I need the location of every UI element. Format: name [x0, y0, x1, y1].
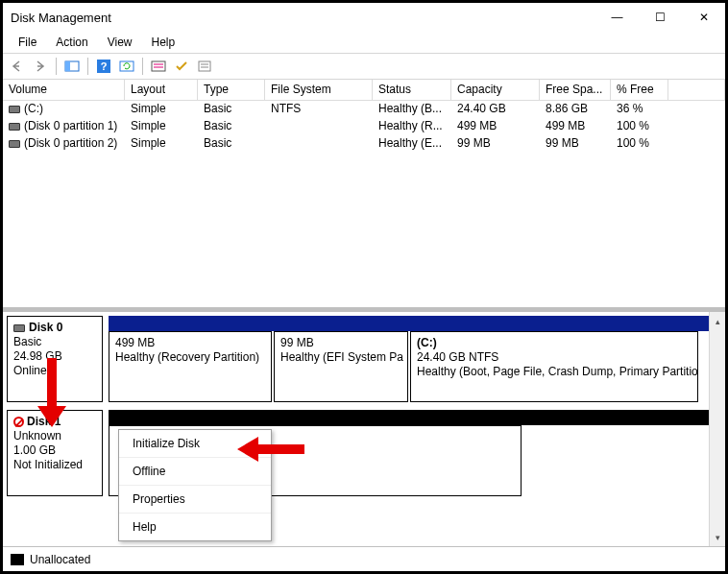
svg-marker-14	[237, 437, 258, 462]
menu-action[interactable]: Action	[48, 34, 95, 51]
scroll-down-icon[interactable]: ▾	[711, 530, 725, 544]
volume-cell-cap: 499 MB	[451, 118, 540, 135]
maximize-button[interactable]: ☐	[639, 4, 682, 31]
disk-1-header-bar	[109, 410, 709, 425]
volume-icon	[9, 106, 20, 113]
scroll-up-icon[interactable]: ▴	[711, 314, 725, 328]
back-button[interactable]	[7, 56, 28, 77]
ctx-offline[interactable]: Offline	[119, 458, 271, 486]
partition-status: Healthy (EFI System Pa	[280, 350, 403, 364]
volume-cell-type: Basic	[198, 118, 265, 135]
volume-cell-free: 99 MB	[540, 135, 611, 153]
check-button[interactable]	[171, 56, 192, 77]
close-button[interactable]: ✕	[682, 4, 725, 31]
column-header-file-system[interactable]: File System	[265, 80, 373, 100]
svg-text:?: ?	[101, 60, 108, 72]
vertical-scrollbar[interactable]: ▴ ▾	[709, 312, 725, 546]
refresh-icon	[119, 59, 134, 74]
disk-0-partition-1[interactable]: 99 MBHealthy (EFI System Pa	[274, 331, 408, 402]
disk-1-type: Unknown	[13, 429, 61, 442]
toolbar: ?	[3, 53, 725, 80]
volume-cell-pct: 100 %	[611, 135, 668, 153]
ctx-help[interactable]: Help	[119, 514, 271, 540]
volume-cell-fs: NTFS	[265, 101, 373, 118]
help-icon: ?	[96, 59, 111, 74]
column-header--free[interactable]: % Free	[611, 80, 668, 100]
volume-cell-free: 8.86 GB	[540, 101, 611, 118]
volume-cell-layout: Simple	[125, 118, 198, 135]
volume-cell-cap: 99 MB	[451, 135, 540, 153]
disk-0-partition-2[interactable]: (C:)24.40 GB NTFSHealthy (Boot, Page Fil…	[410, 331, 698, 402]
annotation-arrow-down	[37, 358, 66, 430]
menu-view[interactable]: View	[100, 34, 140, 51]
minimize-button[interactable]: —	[595, 4, 639, 31]
svg-rect-5	[152, 61, 165, 71]
svg-rect-11	[47, 358, 57, 406]
disk-row-1: Disk 1 Unknown 1.00 GB Not Initialized	[7, 410, 709, 496]
disk-0-name: Disk 0	[29, 321, 62, 334]
menu-file[interactable]: File	[11, 34, 44, 51]
column-header-type[interactable]: Type	[198, 80, 265, 100]
ctx-properties[interactable]: Properties	[119, 486, 271, 514]
partition-name: (C:)	[417, 336, 437, 349]
column-header-capacity[interactable]: Capacity	[451, 80, 540, 100]
volume-row[interactable]: (C:)SimpleBasicNTFSHealthy (B...24.40 GB…	[3, 101, 725, 118]
volume-cell-cap: 24.40 GB	[451, 101, 540, 118]
volume-cell-name: (C:)	[3, 101, 125, 118]
volume-row[interactable]: (Disk 0 partition 1)SimpleBasicHealthy (…	[3, 118, 725, 135]
not-initialized-icon	[13, 417, 24, 427]
volume-cell-status: Healthy (E...	[373, 135, 451, 153]
menu-help[interactable]: Help	[144, 34, 183, 51]
column-header-layout[interactable]: Layout	[125, 80, 198, 100]
volume-icon	[9, 123, 20, 131]
disk-1-size: 1.00 GB	[13, 443, 56, 457]
show-hide-button[interactable]	[61, 56, 83, 77]
disk-icon	[13, 324, 25, 332]
partition-size: 24.40 GB NTFS	[417, 350, 498, 364]
volume-cell-status: Healthy (R...	[373, 118, 451, 135]
volume-cell-name: (Disk 0 partition 2)	[3, 135, 125, 153]
volume-list: VolumeLayoutTypeFile SystemStatusCapacit…	[3, 80, 725, 308]
volume-cell-type: Basic	[198, 101, 265, 118]
refresh-button[interactable]	[116, 56, 137, 77]
disk-1-status: Not Initialized	[13, 458, 83, 471]
svg-rect-1	[65, 61, 70, 71]
help-button[interactable]: ?	[93, 56, 114, 77]
graphical-view: Disk 0 Basic 24.98 GB Online 499 MBHealt…	[3, 308, 725, 546]
legend-swatch-unallocated	[11, 554, 24, 565]
volume-cell-fs	[265, 135, 373, 153]
disk-0-header-bar	[109, 316, 709, 331]
column-header-free-spa-[interactable]: Free Spa...	[540, 80, 611, 100]
volume-name: (Disk 0 partition 2)	[24, 136, 117, 150]
volume-cell-pct: 36 %	[611, 101, 668, 118]
annotation-arrow-left	[237, 437, 304, 462]
check-icon	[174, 60, 189, 73]
column-header-volume[interactable]: Volume	[3, 80, 125, 100]
volume-cell-free: 499 MB	[540, 118, 611, 135]
menu-bar: File Action View Help	[3, 32, 725, 53]
disk-0-partition-0[interactable]: 499 MBHealthy (Recovery Partition)	[109, 331, 272, 402]
settings-button[interactable]	[148, 56, 169, 77]
volume-row[interactable]: (Disk 0 partition 2)SimpleBasicHealthy (…	[3, 135, 725, 153]
forward-button[interactable]	[30, 56, 51, 77]
volume-cell-fs	[265, 118, 373, 135]
svg-rect-13	[258, 444, 304, 454]
volume-cell-layout: Simple	[125, 135, 198, 153]
partition-status: Healthy (Recovery Partition)	[115, 350, 259, 364]
properties-icon	[197, 60, 212, 73]
partition-size: 99 MB	[280, 336, 314, 349]
disk-row-0: Disk 0 Basic 24.98 GB Online 499 MBHealt…	[7, 316, 709, 402]
title-bar: Disk Management — ☐ ✕	[3, 3, 725, 32]
column-header-status[interactable]: Status	[373, 80, 451, 100]
volume-name: (Disk 0 partition 1)	[24, 119, 117, 132]
legend: Unallocated	[3, 546, 725, 571]
volume-name: (C:)	[24, 102, 43, 115]
volume-icon	[9, 140, 20, 148]
properties-button[interactable]	[194, 56, 215, 77]
disk-0-type: Basic	[13, 335, 41, 348]
panel-icon	[64, 60, 80, 73]
partition-size: 499 MB	[115, 336, 155, 349]
partition-status: Healthy (Boot, Page File, Crash Dump, Pr…	[417, 365, 698, 378]
arrow-right-icon	[33, 60, 48, 73]
volume-cell-name: (Disk 0 partition 1)	[3, 118, 125, 135]
